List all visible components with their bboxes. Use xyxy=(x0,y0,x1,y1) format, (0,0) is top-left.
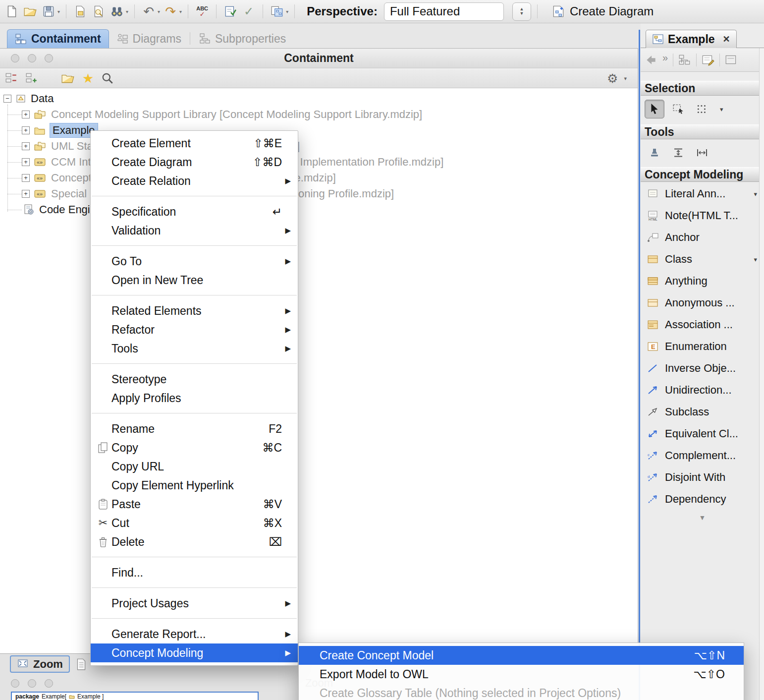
menu-item-tools[interactable]: Tools▶ xyxy=(91,339,298,358)
expand-toggle-icon[interactable]: + xyxy=(22,158,30,166)
menu-item-stereotype[interactable]: Stereotype xyxy=(91,370,298,389)
menu-item-refactor[interactable]: Refactor▶ xyxy=(91,320,298,339)
back-arrow-icon[interactable] xyxy=(645,54,657,66)
window-dot[interactable] xyxy=(28,679,36,688)
perspective-select[interactable]: Full Featured xyxy=(384,2,504,21)
palette-item-association[interactable]: Association ... xyxy=(641,314,764,336)
menu-item-rename[interactable]: RenameF2 xyxy=(91,419,298,438)
window-dot[interactable] xyxy=(28,54,36,62)
marquee-select-button[interactable] xyxy=(668,100,688,118)
expand-toggle-icon[interactable]: + xyxy=(22,190,30,198)
menu-item-copy[interactable]: Copy⌘C xyxy=(91,438,298,457)
open-project-button[interactable] xyxy=(22,2,38,21)
favorites-star-icon[interactable]: ★ xyxy=(82,72,94,85)
window-dot[interactable] xyxy=(45,54,53,62)
palette-item-inverse-object[interactable]: Inverse Obje... xyxy=(641,357,764,379)
submenu-item-export-model-to-owl[interactable]: Export Model to OWL ⌥⇧O xyxy=(299,665,744,684)
expand-all-icon[interactable] xyxy=(25,72,38,84)
check-model-button[interactable]: ✓ xyxy=(241,2,257,21)
expand-toggle-icon[interactable]: + xyxy=(22,142,30,150)
window-dot[interactable] xyxy=(11,54,19,62)
save-project-button[interactable] xyxy=(41,2,56,21)
concept-modeling-section-header[interactable]: Concept Modeling xyxy=(641,167,764,182)
stamp-tool-button[interactable] xyxy=(645,143,664,162)
tree-item-support-library[interactable]: + Concept Modeling Support Library [Conc… xyxy=(0,107,638,122)
expand-toggle-icon[interactable]: + xyxy=(22,126,30,134)
zoom-tab[interactable]: Zoom xyxy=(10,655,70,673)
palette-item-enumeration[interactable]: E Enumeration xyxy=(641,336,764,357)
find-button[interactable] xyxy=(109,2,125,21)
lasso-select-button[interactable] xyxy=(692,100,712,118)
menu-item-create-diagram[interactable]: Create Diagram⇧⌘D xyxy=(91,153,298,172)
diagram-properties-icon[interactable] xyxy=(702,54,714,66)
tab-subproperties[interactable]: Subproperties xyxy=(191,29,293,48)
spell-check-button[interactable]: ABC ✓ xyxy=(194,2,210,21)
menu-item-related-elements[interactable]: Related Elements▶ xyxy=(91,301,298,320)
palette-item-subclass[interactable]: Subclass xyxy=(641,401,764,423)
menu-item-find[interactable]: Find... xyxy=(91,563,298,582)
menu-item-create-element[interactable]: Create Element⇧⌘E xyxy=(91,134,298,153)
tab-diagrams[interactable]: Diagrams xyxy=(109,29,189,48)
create-diagram-button[interactable]: Create Diagram xyxy=(551,4,654,18)
print-preview-button[interactable] xyxy=(91,2,107,21)
menu-item-concept-modeling[interactable]: Concept Modeling▶ xyxy=(91,643,298,662)
palette-item-anonymous[interactable]: Anonymous ... xyxy=(641,292,764,314)
window-dot[interactable] xyxy=(11,679,19,688)
expand-toggle-icon[interactable]: + xyxy=(22,174,30,182)
collapse-all-icon[interactable] xyxy=(5,72,18,84)
validate-button[interactable] xyxy=(222,2,238,21)
pointer-tool-button[interactable] xyxy=(645,100,664,118)
window-dot[interactable] xyxy=(45,679,53,688)
tools-section-header[interactable]: Tools xyxy=(641,124,764,139)
copy-diagram-button[interactable] xyxy=(269,2,285,21)
menu-item-create-relation[interactable]: Create Relation▶ xyxy=(91,172,298,190)
palette-item-note-html[interactable]: HTML Note(HTML T... xyxy=(641,205,764,227)
chevrons-icon[interactable]: » xyxy=(662,53,668,62)
menu-item-specification[interactable]: Specification↵ xyxy=(91,202,298,221)
gear-icon[interactable]: ⚙ xyxy=(607,72,618,85)
menu-item-go-to[interactable]: Go To▶ xyxy=(91,252,298,271)
distribute-horizontal-button[interactable] xyxy=(692,143,712,162)
chevron-down-icon[interactable]: ▾ xyxy=(754,190,757,198)
palette-item-literal-annotation[interactable]: Literal Ann... ▾ xyxy=(641,183,764,205)
right-scrollbar-track[interactable] xyxy=(759,48,764,700)
palette-item-unidirectional[interactable]: Unidirection... xyxy=(641,379,764,401)
documentation-tab[interactable] xyxy=(75,658,87,671)
palette-scroll-down-button[interactable]: ▼ xyxy=(641,510,764,525)
undo-button[interactable]: ↶ xyxy=(141,2,157,21)
print-button[interactable] xyxy=(72,2,88,21)
collapse-toggle-icon[interactable]: − xyxy=(3,95,11,103)
open-in-tree-icon[interactable] xyxy=(61,72,75,84)
expand-toggle-icon[interactable]: + xyxy=(22,111,30,118)
menu-item-generate-report[interactable]: Generate Report...▶ xyxy=(91,625,298,643)
new-project-button[interactable] xyxy=(4,2,20,21)
undo-dropdown-icon[interactable]: ▾ xyxy=(158,9,160,14)
menu-item-delete[interactable]: Delete⌧ xyxy=(91,532,298,551)
redo-button[interactable]: ↷ xyxy=(163,2,178,21)
tab-containment[interactable]: Containment xyxy=(7,29,109,48)
redo-dropdown-icon[interactable]: ▾ xyxy=(179,9,182,14)
clipped-toolbar-icon[interactable] xyxy=(725,54,738,66)
chevron-down-icon[interactable]: ▾ xyxy=(754,256,757,263)
find-dropdown-icon[interactable]: ▾ xyxy=(126,9,128,14)
menu-item-cut[interactable]: ✂ Cut⌘X xyxy=(91,514,298,532)
options-dropdown-icon[interactable]: ▾ xyxy=(624,75,627,82)
palette-item-anchor[interactable]: Anchor xyxy=(641,227,764,248)
diagram-preview[interactable]: package Example[ Example ] xyxy=(11,692,259,700)
copy-diagram-dropdown-icon[interactable]: ▾ xyxy=(286,9,288,14)
palette-item-anything[interactable]: Anything xyxy=(641,270,764,292)
menu-item-copy-element-hyperlink[interactable]: Copy Element Hyperlink xyxy=(91,476,298,495)
menu-item-open-in-new-tree[interactable]: Open in New Tree xyxy=(91,271,298,290)
search-icon[interactable] xyxy=(101,72,114,85)
palette-item-equivalent-class[interactable]: Equivalent Cl... xyxy=(641,423,764,445)
palette-item-class[interactable]: Class ▾ xyxy=(641,248,764,270)
selection-dropdown-icon[interactable]: ▾ xyxy=(720,106,723,113)
show-containment-icon[interactable] xyxy=(678,54,691,66)
tab-example-diagram[interactable]: Example ✕ xyxy=(646,30,737,48)
palette-item-complement[interactable]: c Complement... xyxy=(641,445,764,467)
palette-item-dependency[interactable]: Dependency xyxy=(641,488,764,510)
menu-item-project-usages[interactable]: Project Usages▶ xyxy=(91,594,298,613)
distribute-vertical-button[interactable] xyxy=(668,143,688,162)
perspective-stepper[interactable]: ▲ ▼ xyxy=(512,2,531,21)
tree-item-data[interactable]: − Data xyxy=(0,91,638,107)
